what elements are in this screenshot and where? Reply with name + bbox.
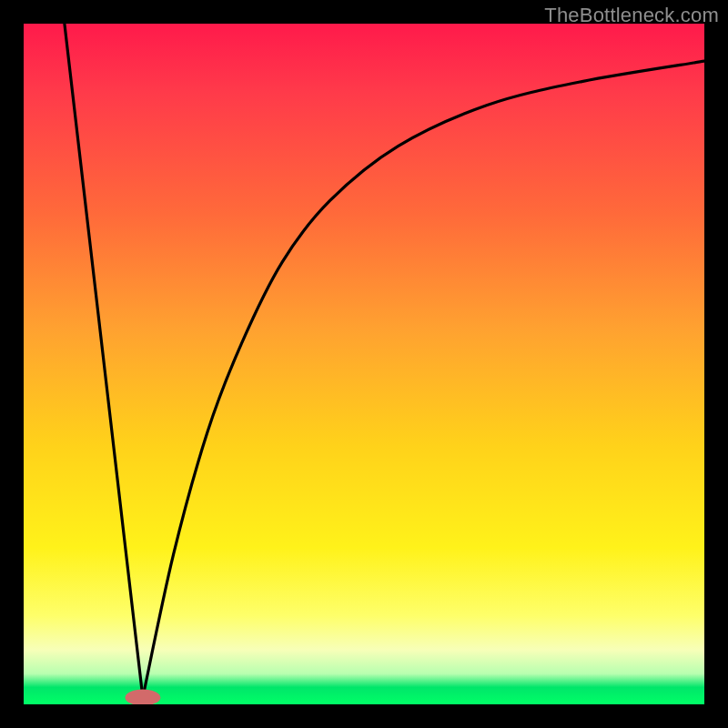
watermark-text: TheBottleneck.com: [544, 4, 719, 27]
chart-frame: TheBottleneck.com: [0, 0, 728, 728]
chart-plot-area: [24, 24, 704, 704]
